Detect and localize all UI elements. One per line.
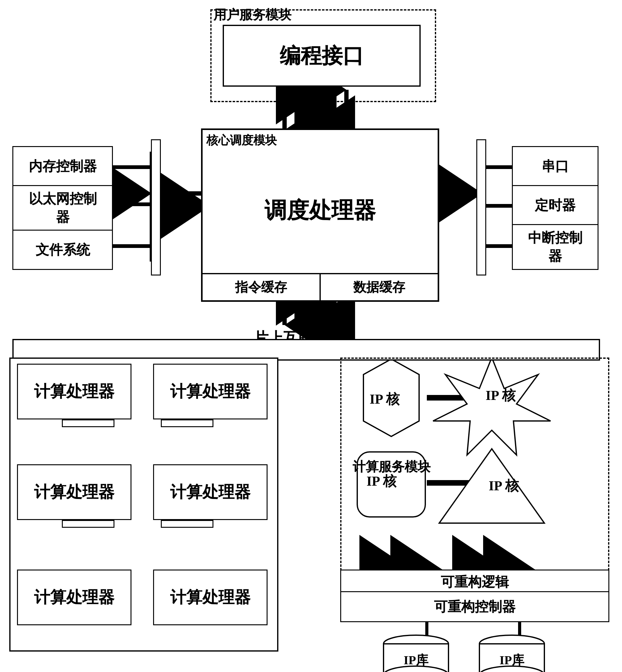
interrupt-controller-box: 中断控制 器	[512, 224, 598, 270]
programming-interface-box: 编程接口	[223, 25, 421, 87]
memory-controller-box: 内存控制器	[12, 146, 113, 186]
ip-library-1: IP库	[382, 635, 450, 672]
serial-port-box: 串口	[512, 146, 598, 186]
conn-bar-3	[62, 520, 114, 528]
core-schedule-outer: 核心调度模块 调度处理器 指令缓存 数据缓存	[201, 128, 439, 302]
left-bus-connector	[151, 139, 161, 276]
compute-proc-1-box: 计算处理器	[17, 364, 132, 419]
conn-bar-2	[161, 419, 213, 427]
conn-bar-1	[62, 419, 114, 427]
user-service-label: 用户服务模块	[213, 6, 291, 24]
ethernet-controller-box: 以太网控制 器	[12, 185, 113, 231]
core-schedule-label: 核心调度模块	[203, 130, 280, 151]
compute-proc-4-box: 计算处理器	[153, 464, 268, 520]
compute-proc-3-box: 计算处理器	[17, 464, 132, 520]
compute-proc-6-box: 计算处理器	[153, 570, 268, 625]
compute-proc-2-box: 计算处理器	[153, 364, 268, 419]
ip-core-3-label: IP 核	[367, 472, 396, 490]
timer-box: 定时器	[512, 185, 598, 225]
compute-proc-5-box: 计算处理器	[17, 570, 132, 625]
conn-bar-4	[161, 520, 213, 528]
ip-library-2: IP库	[478, 635, 546, 672]
data-cache-label: 数据缓存	[321, 274, 438, 300]
instruction-cache-label: 指令缓存	[203, 274, 321, 300]
ip-core-2-label: IP 核	[486, 386, 516, 405]
schedule-processor-label: 调度处理器	[265, 196, 376, 225]
ip-core-1-label: IP 核	[370, 390, 400, 408]
reconfigurable-logic-box: 可重构逻辑	[340, 570, 609, 594]
ip-core-4-label: IP 核	[489, 477, 519, 495]
reconfigurable-controller-box: 可重构控制器	[340, 591, 609, 622]
right-bus-connector	[476, 139, 486, 276]
file-system-box: 文件系统	[12, 230, 113, 270]
diagram-container: 用户服务模块 编程接口 核心调度模块 调度处理器 指令缓存 数据缓存 内存控制器…	[0, 0, 622, 672]
